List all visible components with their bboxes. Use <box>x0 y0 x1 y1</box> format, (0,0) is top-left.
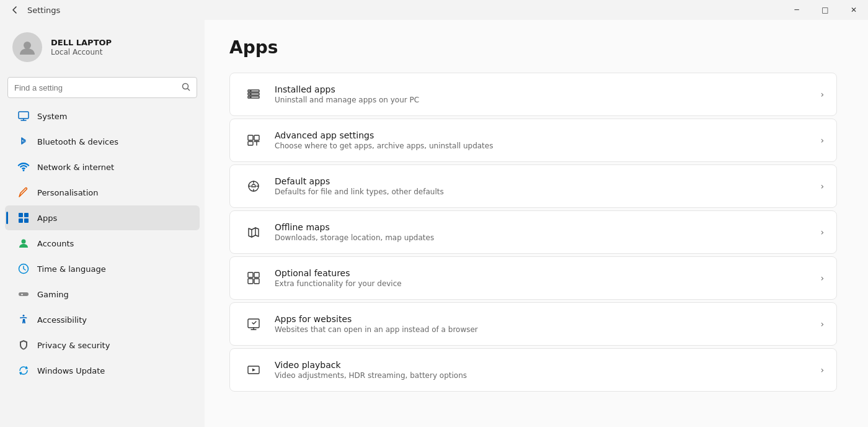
sidebar-item-personalisation-label: Personalisation <box>37 188 99 197</box>
page-title: Apps <box>229 37 843 58</box>
sidebar-nav: System Bluetooth & devices Network & int… <box>0 103 205 384</box>
sidebar-item-accessibility-label: Accessibility <box>37 315 87 325</box>
sidebar-item-network[interactable]: Network & internet <box>5 155 200 179</box>
system-icon <box>17 110 30 122</box>
personalisation-icon <box>17 186 30 199</box>
optional-features-item[interactable]: Optional features Extra functionality fo… <box>229 256 837 300</box>
optional-features-desc: Extra functionality for your device <box>275 279 813 288</box>
apps-for-websites-text: Apps for websites Websites that can open… <box>275 314 813 334</box>
offline-maps-icon <box>242 221 265 243</box>
time-icon <box>17 263 30 275</box>
user-type: Local Account <box>51 48 112 56</box>
main-content: Apps Installed apps Uninstall an <box>205 20 868 427</box>
update-icon <box>17 364 30 377</box>
installed-apps-text: Installed apps Uninstall and manage apps… <box>275 84 813 104</box>
default-apps-item[interactable]: Default apps Defaults for file and link … <box>229 164 837 208</box>
accessibility-icon <box>17 313 30 326</box>
default-apps-text: Default apps Defaults for file and link … <box>275 176 813 196</box>
svg-rect-29 <box>248 272 253 277</box>
titlebar: Settings ─ □ ✕ <box>0 0 868 20</box>
user-profile[interactable]: DELL LAPTOP Local Account <box>0 20 205 74</box>
user-info: DELL LAPTOP Local Account <box>51 38 112 57</box>
default-apps-title: Default apps <box>275 176 813 186</box>
svg-rect-19 <box>248 135 253 140</box>
sidebar-item-update-label: Windows Update <box>37 366 105 375</box>
sidebar-item-bluetooth-label: Bluetooth & devices <box>37 137 118 146</box>
offline-maps-chevron: › <box>820 227 824 237</box>
video-playback-title: Video playback <box>275 360 813 370</box>
sidebar: DELL LAPTOP Local Account <box>0 20 205 427</box>
sidebar-item-accessibility[interactable]: Accessibility <box>5 307 200 332</box>
search-container <box>0 74 205 103</box>
svg-rect-30 <box>254 272 259 277</box>
video-playback-chevron: › <box>820 365 824 375</box>
network-icon <box>17 161 30 173</box>
advanced-app-settings-title: Advanced app settings <box>275 130 813 140</box>
video-playback-desc: Video adjustments, HDR streaming, batter… <box>275 371 813 380</box>
advanced-app-settings-text: Advanced app settings Choose where to ge… <box>275 130 813 150</box>
window-controls: ─ □ ✕ <box>782 0 868 20</box>
sidebar-item-accounts[interactable]: Accounts <box>5 231 200 256</box>
svg-rect-20 <box>254 135 259 140</box>
apps-for-websites-desc: Websites that can open in an app instead… <box>275 325 813 334</box>
window-title: Settings <box>27 6 777 15</box>
optional-features-chevron: › <box>820 273 824 283</box>
svg-rect-32 <box>254 279 259 284</box>
svg-line-2 <box>188 88 190 91</box>
app-body: DELL LAPTOP Local Account <box>0 20 868 427</box>
video-playback-item[interactable]: Video playback Video adjustments, HDR st… <box>229 348 837 392</box>
sidebar-item-apps[interactable]: Apps <box>5 205 200 230</box>
accounts-icon <box>17 237 30 249</box>
apps-icon <box>17 212 30 224</box>
sidebar-item-time-label: Time & language <box>37 264 106 274</box>
advanced-app-settings-icon <box>242 129 265 151</box>
apps-for-websites-chevron: › <box>820 319 824 329</box>
default-apps-icon <box>242 175 265 197</box>
svg-rect-33 <box>248 319 259 328</box>
gaming-icon <box>17 288 30 300</box>
maximize-button[interactable]: □ <box>811 0 839 20</box>
advanced-app-settings-item[interactable]: Advanced app settings Choose where to ge… <box>229 119 837 162</box>
installed-apps-chevron: › <box>820 89 824 99</box>
back-button[interactable] <box>7 2 22 17</box>
apps-for-websites-item[interactable]: Apps for websites Websites that can open… <box>229 302 837 346</box>
svg-rect-31 <box>248 279 253 284</box>
sidebar-item-privacy[interactable]: Privacy & security <box>5 333 200 357</box>
sidebar-item-time[interactable]: Time & language <box>5 256 200 281</box>
default-apps-chevron: › <box>820 181 824 191</box>
sidebar-item-privacy-label: Privacy & security <box>37 341 110 350</box>
sidebar-item-gaming[interactable]: Gaming <box>5 282 200 307</box>
offline-maps-title: Offline maps <box>275 222 813 232</box>
minimize-button[interactable]: ─ <box>782 0 811 20</box>
sidebar-item-bluetooth[interactable]: Bluetooth & devices <box>5 129 200 154</box>
avatar <box>12 32 42 62</box>
search-input[interactable] <box>14 83 177 92</box>
privacy-icon <box>17 339 30 351</box>
svg-rect-3 <box>19 112 29 119</box>
optional-features-title: Optional features <box>275 268 813 278</box>
default-apps-desc: Defaults for file and link types, other … <box>275 187 813 196</box>
close-button[interactable]: ✕ <box>839 0 868 20</box>
sidebar-item-update[interactable]: Windows Update <box>5 358 200 383</box>
advanced-app-settings-chevron: › <box>820 135 824 145</box>
svg-rect-6 <box>19 213 23 217</box>
svg-rect-9 <box>24 218 29 223</box>
sidebar-item-apps-label: Apps <box>37 214 57 223</box>
advanced-app-settings-desc: Choose where to get apps, archive apps, … <box>275 142 813 150</box>
bluetooth-icon <box>17 135 30 148</box>
svg-rect-7 <box>24 213 29 217</box>
installed-apps-item[interactable]: Installed apps Uninstall and manage apps… <box>229 73 837 116</box>
sidebar-item-system[interactable]: System <box>5 104 200 128</box>
sidebar-item-personalisation[interactable]: Personalisation <box>5 180 200 205</box>
sidebar-item-gaming-label: Gaming <box>37 290 69 299</box>
sidebar-item-system-label: System <box>37 112 67 121</box>
installed-apps-title: Installed apps <box>275 84 813 94</box>
sidebar-item-accounts-label: Accounts <box>37 239 74 248</box>
video-playback-text: Video playback Video adjustments, HDR st… <box>275 360 813 380</box>
svg-rect-8 <box>19 218 23 223</box>
svg-point-1 <box>183 83 188 89</box>
settings-list: Installed apps Uninstall and manage apps… <box>229 73 837 392</box>
search-icon <box>182 83 190 93</box>
svg-point-10 <box>22 240 26 244</box>
offline-maps-item[interactable]: Offline maps Downloads, storage location… <box>229 210 837 254</box>
